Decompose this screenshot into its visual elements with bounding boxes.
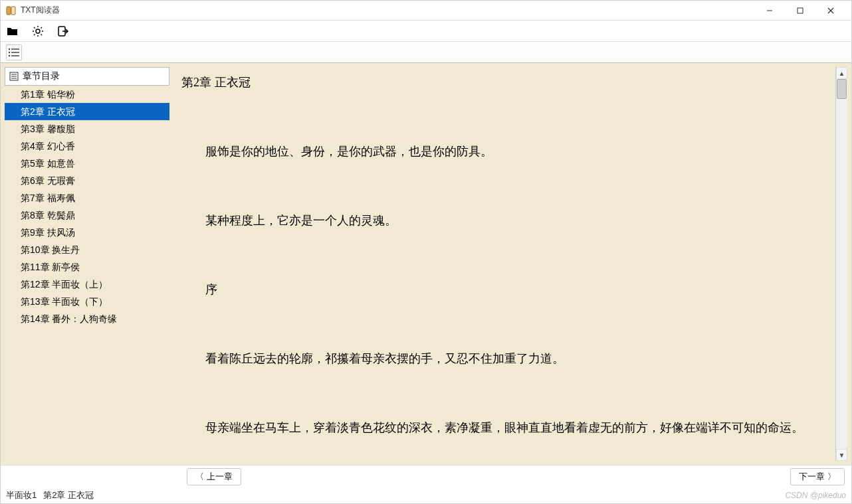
vertical-scrollbar[interactable]: ▲ ▼ bbox=[835, 67, 847, 461]
toc-item[interactable]: 第1章 铅华粉 bbox=[5, 86, 169, 103]
svg-point-20 bbox=[9, 51, 10, 52]
status-chapter: 第2章 正衣冠 bbox=[43, 489, 94, 501]
svg-line-14 bbox=[41, 27, 43, 29]
toc-title: 章节目录 bbox=[23, 70, 60, 82]
titlebar: TXT阅读器 bbox=[1, 1, 851, 21]
toc-item[interactable]: 第14章 番外：人狗奇缘 bbox=[5, 310, 169, 327]
toc-item[interactable]: 第5章 如意兽 bbox=[5, 155, 169, 172]
svg-rect-0 bbox=[7, 7, 11, 15]
svg-rect-3 bbox=[798, 8, 803, 13]
app-icon bbox=[6, 5, 17, 16]
next-label: 下一章 bbox=[799, 471, 825, 483]
svg-rect-1 bbox=[11, 7, 15, 15]
toc-sidebar: 章节目录 第1章 铅华粉第2章 正衣冠第3章 馨馥脂第4章 幻心香第5章 如意兽… bbox=[5, 67, 169, 461]
scroll-thumb[interactable] bbox=[837, 79, 847, 99]
paragraph: 母亲端坐在马车上，穿着淡青色花纹的深衣，素净凝重，眼神直直地看着虚无的前方，好像… bbox=[181, 419, 822, 436]
toc-item[interactable]: 第7章 福寿佩 bbox=[5, 189, 169, 207]
toolbar bbox=[1, 21, 851, 42]
toc-item[interactable]: 第11章 新亭侯 bbox=[5, 258, 169, 276]
toc-item[interactable]: 第12章 半面妆（上） bbox=[5, 276, 169, 293]
prev-label: 上一章 bbox=[207, 471, 233, 483]
toc-list[interactable]: 第1章 铅华粉第2章 正衣冠第3章 馨馥脂第4章 幻心香第5章 如意兽第6章 无… bbox=[5, 86, 169, 461]
paragraph: 某种程度上，它亦是一个人的灵魂。 bbox=[181, 212, 822, 229]
chapter-nav: 〈 上一章 下一章 〉 bbox=[1, 465, 851, 487]
minimize-button[interactable] bbox=[754, 1, 785, 21]
svg-line-12 bbox=[41, 34, 43, 35]
close-button[interactable] bbox=[815, 1, 846, 21]
chevron-right-icon: 〉 bbox=[827, 471, 836, 483]
chevron-left-icon: 〈 bbox=[195, 471, 204, 483]
toc-header: 章节目录 bbox=[5, 67, 169, 86]
svg-point-6 bbox=[36, 29, 40, 33]
settings-button[interactable] bbox=[31, 25, 45, 38]
svg-point-19 bbox=[9, 48, 10, 49]
toc-item[interactable]: 第10章 换生丹 bbox=[5, 241, 169, 258]
toggle-toc-button[interactable] bbox=[6, 44, 22, 60]
statusbar: 半面妆1 第2章 正衣冠 CSDN @pikeduo bbox=[1, 487, 851, 503]
prev-chapter-button[interactable]: 〈 上一章 bbox=[187, 468, 241, 485]
secondary-toolbar bbox=[1, 42, 851, 63]
scroll-track[interactable] bbox=[836, 79, 847, 449]
next-chapter-button[interactable]: 下一章 〉 bbox=[790, 468, 845, 485]
maximize-button[interactable] bbox=[785, 1, 815, 21]
paragraph: 看着陈丘远去的轮廓，祁攥着母亲衣摆的手，又忍不住加重了力道。 bbox=[181, 350, 822, 367]
main-area: 章节目录 第1章 铅华粉第2章 正衣冠第3章 馨馥脂第4章 幻心香第5章 如意兽… bbox=[1, 63, 851, 465]
window-title: TXT阅读器 bbox=[21, 5, 60, 16]
list-icon bbox=[9, 72, 19, 81]
open-file-button[interactable] bbox=[6, 25, 19, 38]
paragraph: 序 bbox=[181, 281, 822, 298]
status-book: 半面妆1 bbox=[6, 489, 37, 501]
toc-item[interactable]: 第13章 半面妆（下） bbox=[5, 293, 169, 310]
exit-button[interactable] bbox=[56, 25, 70, 38]
toc-item[interactable]: 第3章 馨馥脂 bbox=[5, 120, 169, 137]
svg-line-13 bbox=[34, 34, 35, 35]
toc-item[interactable]: 第4章 幻心香 bbox=[5, 137, 169, 155]
chapter-title: 第2章 正衣冠 bbox=[181, 74, 822, 91]
reader-content: 第2章 正衣冠 服饰是你的地位、身份，是你的武器，也是你的防具。 某种程度上，它… bbox=[173, 67, 835, 461]
toc-item[interactable]: 第8章 乾鬓鼎 bbox=[5, 207, 169, 224]
scroll-down-icon[interactable]: ▼ bbox=[836, 449, 847, 461]
toc-item[interactable]: 第6章 无瑕膏 bbox=[5, 172, 169, 189]
svg-line-11 bbox=[34, 27, 35, 29]
paragraph: 服饰是你的地位、身份，是你的武器，也是你的防具。 bbox=[181, 143, 822, 160]
toc-item[interactable]: 第2章 正衣冠 bbox=[5, 103, 169, 120]
toc-item[interactable]: 第9章 扶风汤 bbox=[5, 224, 169, 241]
reader-panel: 第2章 正衣冠 服饰是你的地位、身份，是你的武器，也是你的防具。 某种程度上，它… bbox=[173, 67, 847, 461]
svg-point-21 bbox=[9, 54, 10, 56]
scroll-up-icon[interactable]: ▲ bbox=[836, 67, 847, 79]
watermark: CSDN @pikeduo bbox=[785, 491, 846, 500]
